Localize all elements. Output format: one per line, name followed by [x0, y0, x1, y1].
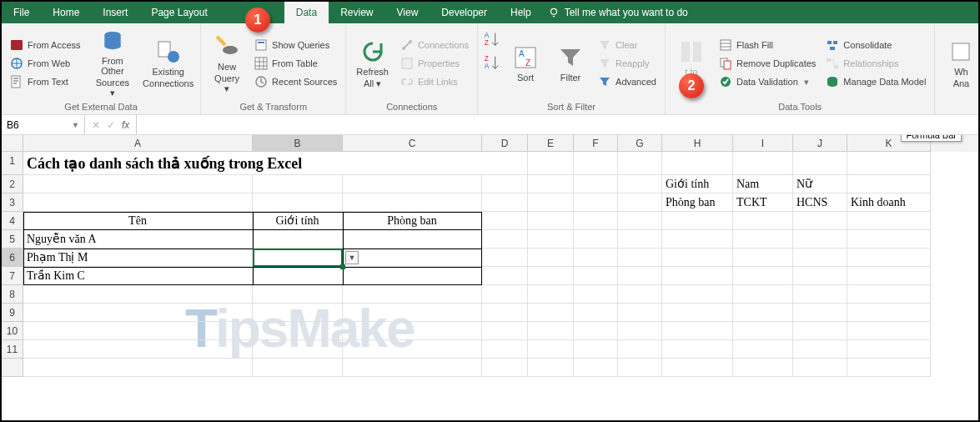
svg-rect-3 [12, 76, 20, 88]
table-border [23, 249, 482, 249]
cell[interactable]: Giới tính [662, 175, 733, 193]
row-header[interactable]: 9 [2, 304, 23, 322]
col-header[interactable]: D [482, 135, 528, 152]
dup-icon [719, 57, 732, 70]
svg-rect-1 [11, 40, 23, 50]
cell[interactable]: HCNS [793, 193, 847, 212]
svg-point-9 [223, 46, 238, 54]
flash-fill-button[interactable]: Flash Fill [716, 37, 819, 53]
row-header[interactable]: 3 [2, 193, 23, 212]
select-all[interactable] [2, 135, 23, 152]
svg-rect-32 [830, 47, 835, 50]
show-queries-button[interactable]: Show Queries [251, 37, 340, 53]
refresh-all-button[interactable]: RefreshAll ▾ [351, 27, 394, 100]
filter-button[interactable]: Filter [550, 27, 591, 100]
svg-rect-16 [402, 58, 412, 68]
svg-rect-10 [256, 40, 266, 50]
tab-insert[interactable]: Insert [91, 2, 139, 23]
col-header[interactable]: E [528, 135, 574, 152]
row-header[interactable]: 5 [2, 230, 23, 249]
row-header[interactable] [2, 359, 23, 377]
sort-az-icon[interactable]: AZ [483, 30, 501, 48]
col-header[interactable]: B [253, 135, 343, 152]
from-text-button[interactable]: From Text [7, 73, 84, 90]
chevron-down-icon[interactable]: ▼ [72, 121, 79, 129]
row-header[interactable]: 10 [2, 322, 23, 340]
manage-data-model-button[interactable]: Manage Data Model [822, 73, 929, 90]
col-header[interactable]: F [574, 135, 618, 152]
col-header[interactable]: C [343, 135, 482, 152]
row-header[interactable]: 7 [2, 267, 23, 285]
svg-point-8 [168, 51, 179, 63]
cell[interactable]: Nữ [793, 175, 847, 193]
fx-icon[interactable]: fx [122, 119, 129, 131]
new-query-button[interactable]: NewQuery ▾ [206, 27, 248, 100]
column-headers[interactable]: A B C D E F G H I J K [2, 135, 978, 152]
col-header[interactable]: J [793, 135, 847, 152]
advanced-icon [598, 75, 611, 88]
group-analysis: WhAna [935, 23, 980, 114]
cell[interactable]: Phòng ban [662, 193, 733, 212]
tab-file[interactable]: File [2, 2, 41, 23]
table-border [23, 267, 482, 268]
cell-area[interactable]: Cách tạo danh sách thả xuống trong Excel… [23, 152, 978, 377]
cell[interactable]: Kinh doanh [847, 193, 931, 212]
remove-duplicates-button[interactable]: Remove Duplicates [716, 55, 819, 72]
consolidate-button[interactable]: Consolidate [822, 37, 929, 53]
col-header[interactable]: G [618, 135, 662, 152]
row-header[interactable]: 8 [2, 285, 23, 304]
sort-za-icon[interactable]: ZA [483, 53, 501, 72]
group-get-external-data: From Access From Web From Text From Othe… [2, 23, 201, 114]
col-header[interactable]: A [23, 135, 253, 152]
from-web-button[interactable]: From Web [7, 55, 84, 72]
tab-data[interactable]: Data [284, 2, 329, 23]
row-header[interactable]: 2 [2, 175, 23, 193]
properties-icon [400, 57, 414, 70]
svg-text:Z: Z [485, 55, 489, 63]
what-if-button[interactable]: WhAna [940, 27, 980, 100]
advanced-button[interactable]: Advanced [595, 73, 660, 90]
name-box[interactable]: B6▼ [2, 115, 85, 134]
cell[interactable]: Cách tạo danh sách thả xuống trong Excel [23, 152, 482, 175]
from-access-button[interactable]: From Access [7, 37, 84, 53]
svg-rect-33 [827, 58, 831, 62]
dropdown-button[interactable]: ▼ [345, 251, 359, 264]
existing-connections-button[interactable]: ExistingConnections [141, 27, 195, 100]
sheet-grid[interactable]: TipsMake A B C D E F G H I J K 1 2 3 4 5… [2, 135, 978, 377]
recent-icon [254, 75, 268, 88]
selection-handle[interactable] [340, 264, 345, 269]
row-header[interactable]: 11 [2, 340, 23, 359]
tab-page-layout[interactable]: Page Layout [139, 2, 219, 23]
connections-button[interactable]: Connections [397, 37, 472, 53]
row-header[interactable]: 4 [2, 212, 23, 230]
tab-help[interactable]: Help [499, 2, 543, 23]
sort-button[interactable]: AZSort [505, 27, 546, 100]
svg-text:Z: Z [485, 39, 489, 47]
row-headers[interactable]: 1 2 3 4 5 6 7 8 9 10 11 [2, 152, 23, 377]
fx-buttons: ✕ ✓ fx [85, 115, 137, 134]
svg-rect-24 [681, 42, 690, 62]
data-validation-button[interactable]: Data Validation ▾ [716, 73, 819, 90]
col-header[interactable]: H [662, 135, 733, 152]
tab-home[interactable]: Home [41, 2, 91, 23]
tab-review[interactable]: Review [329, 2, 384, 23]
cell[interactable] [847, 175, 931, 193]
svg-rect-38 [952, 43, 969, 60]
edit-links-icon [400, 75, 414, 88]
col-header[interactable]: I [733, 135, 793, 152]
reapply-icon [598, 57, 611, 70]
from-table-icon [254, 57, 268, 70]
row-header[interactable]: 6 [2, 249, 23, 267]
properties-button: Properties [397, 55, 472, 72]
recent-sources-button[interactable]: Recent Sources [251, 73, 340, 90]
tab-developer[interactable]: Developer [430, 2, 499, 23]
group-label: Data Tools [671, 100, 929, 114]
tab-view[interactable]: View [385, 2, 430, 23]
from-other-sources-button[interactable]: From OtherSources ▾ [88, 27, 138, 100]
row-header[interactable]: 1 [2, 152, 23, 175]
from-table-button[interactable]: From Table [251, 55, 340, 72]
cell[interactable]: Nam [733, 175, 793, 193]
cell[interactable]: TCKT [733, 193, 793, 212]
group-connections: RefreshAll ▾ Connections Properties Edit… [346, 23, 478, 114]
tell-me[interactable]: Tell me what you want to do [548, 7, 688, 18]
